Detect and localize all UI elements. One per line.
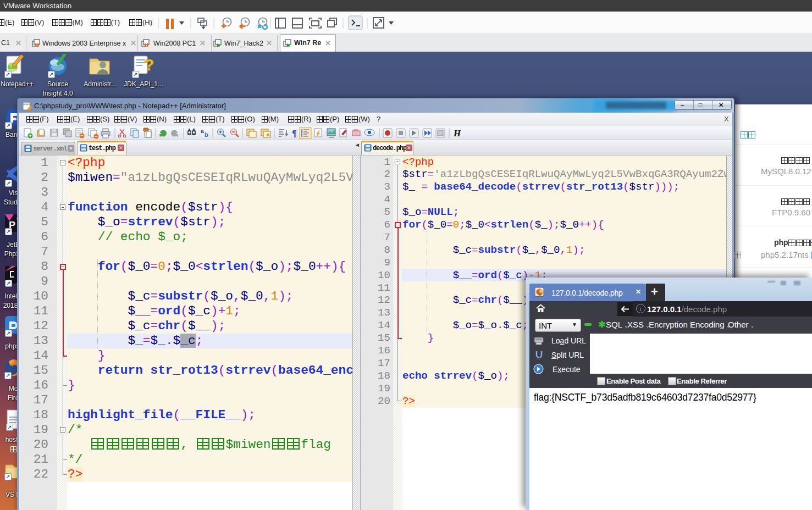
svg-text:¶: ¶ xyxy=(292,129,297,138)
svg-text:?: ? xyxy=(144,56,154,74)
svg-text:a: a xyxy=(201,128,204,134)
svg-text:b: b xyxy=(205,131,208,138)
svg-text:H: H xyxy=(453,128,461,138)
